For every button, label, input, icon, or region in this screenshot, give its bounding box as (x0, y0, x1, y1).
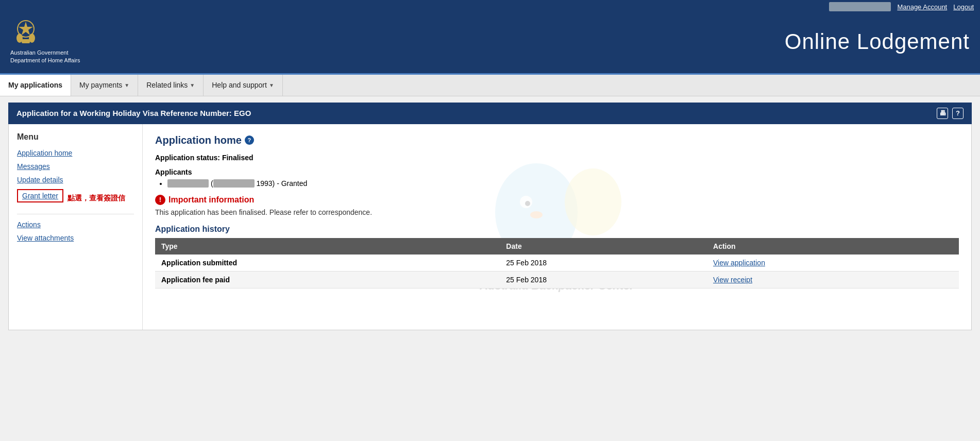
important-text: This application has been finalised. Ple… (155, 208, 959, 216)
col-type: Type (155, 238, 500, 255)
logo-text: Australian Government Department of Home… (10, 49, 80, 65)
sidebar-link-update-details[interactable]: Update details (17, 176, 134, 184)
sidebar-link-actions[interactable]: Actions (17, 220, 134, 229)
type-cell: Application fee paid (155, 271, 500, 288)
chevron-down-icon: ▼ (190, 82, 195, 88)
exclamation-icon: ! (155, 195, 165, 205)
section-title: Application home ? (155, 134, 959, 146)
applicant-item: ( 1993) - Granted (167, 179, 959, 188)
sidebar-link-view-attachments[interactable]: View attachments (17, 234, 134, 242)
applicants-title: Applicants (155, 168, 959, 176)
applicants-section: Applicants ( 1993) - Granted (155, 168, 959, 188)
top-bar: Manage Account Logout (0, 0, 980, 13)
section-help-icon[interactable]: ? (245, 135, 254, 145)
nav-help-and-support[interactable]: Help and support ▼ (204, 75, 283, 96)
col-action: Action (707, 238, 959, 255)
sidebar-menu-title: Menu (17, 132, 134, 142)
chevron-down-icon: ▼ (124, 82, 129, 88)
main-area: Menu Application home Messages Update de… (8, 124, 972, 330)
col-date: Date (500, 238, 707, 255)
grant-letter-link[interactable]: Grant letter (22, 192, 58, 200)
history-table: Type Date Action Application submitted 2… (155, 238, 959, 289)
header: Australian Government Department of Home… (0, 13, 980, 75)
crest-icon (10, 19, 41, 47)
banner-title: Application for a Working Holiday Visa R… (16, 109, 251, 117)
important-title: ! Important information (155, 195, 959, 205)
svg-marker-1 (19, 22, 33, 35)
table-row: Application fee paid 25 Feb 2018 View re… (155, 271, 959, 288)
application-history-section: Application history Type Date Action App… (155, 225, 959, 289)
action-cell: View receipt (707, 271, 959, 288)
nav-my-payments[interactable]: My payments ▼ (71, 75, 138, 96)
grant-letter-box: Grant letter (17, 189, 63, 202)
grant-letter-row: Grant letter 點選，查看簽證信 (17, 189, 134, 208)
sidebar: Menu Application home Messages Update de… (9, 124, 143, 330)
nav-my-applications[interactable]: My applications (0, 75, 71, 96)
action-link-0[interactable]: View application (713, 259, 765, 267)
table-header-row: Type Date Action (155, 238, 959, 255)
applicant-name-redacted (167, 179, 209, 188)
page-content: Application for a Working Holiday Visa R… (0, 96, 980, 336)
content-inner: Application home ? Application status: F… (155, 134, 959, 289)
banner-icons: 🖶 ? (937, 108, 964, 119)
status-line: Application status: Finalised (155, 154, 959, 162)
sidebar-link-messages[interactable]: Messages (17, 162, 134, 171)
main-content: Australia Backpacker Center Application … (143, 124, 971, 330)
chevron-down-icon: ▼ (269, 82, 274, 88)
nav-related-links[interactable]: Related links ▼ (138, 75, 204, 96)
svg-rect-4 (22, 39, 30, 43)
user-indicator (829, 2, 891, 11)
help-banner-icon[interactable]: ? (952, 108, 964, 119)
applicant-dob-redacted (213, 179, 255, 188)
print-icon[interactable]: 🖶 (937, 108, 948, 119)
type-cell: Application submitted (155, 255, 500, 272)
application-banner: Application for a Working Holiday Visa R… (8, 103, 972, 124)
history-title: Application history (155, 225, 959, 234)
logo-area: Australian Government Department of Home… (10, 19, 80, 65)
logout-link[interactable]: Logout (953, 3, 974, 11)
grant-letter-note: 點選，查看簽證信 (67, 194, 125, 203)
sidebar-divider (17, 214, 134, 214)
site-title: Online Lodgement (785, 29, 970, 54)
date-cell: 25 Feb 2018 (500, 271, 707, 288)
table-row: Application submitted 25 Feb 2018 View a… (155, 255, 959, 272)
sidebar-link-application-home[interactable]: Application home (17, 149, 134, 157)
manage-account-link[interactable]: Manage Account (897, 3, 947, 11)
action-link-1[interactable]: View receipt (713, 276, 752, 284)
date-cell: 25 Feb 2018 (500, 255, 707, 272)
important-info-box: ! Important information This application… (155, 195, 959, 216)
main-nav: My applications My payments ▼ Related li… (0, 75, 980, 96)
action-cell: View application (707, 255, 959, 272)
